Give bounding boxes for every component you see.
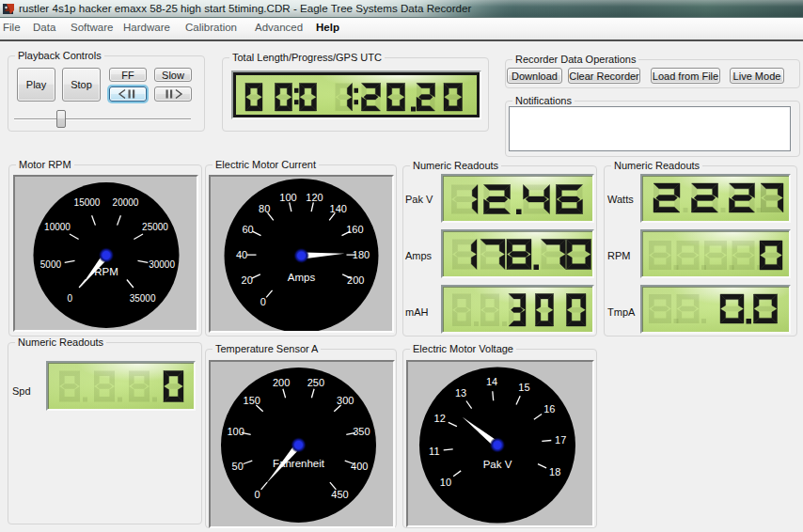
svg-text:0: 0 xyxy=(254,489,260,500)
svg-text:14: 14 xyxy=(486,376,497,387)
svg-text:20: 20 xyxy=(242,274,253,286)
svg-text:250: 250 xyxy=(307,377,324,388)
svg-text:80: 80 xyxy=(259,203,270,214)
svg-text:10: 10 xyxy=(440,477,451,488)
svg-text:140: 140 xyxy=(330,203,347,214)
svg-text:15000: 15000 xyxy=(74,197,101,208)
svg-text:35000: 35000 xyxy=(130,293,156,304)
svg-text:Pak V: Pak V xyxy=(483,459,512,470)
svg-text:Amps: Amps xyxy=(288,272,316,283)
svg-text:18: 18 xyxy=(549,466,560,477)
svg-text:150: 150 xyxy=(244,395,260,406)
svg-text:20000: 20000 xyxy=(113,197,139,208)
svg-text:30000: 30000 xyxy=(149,259,175,270)
svg-text:200: 200 xyxy=(347,274,364,286)
svg-text:11: 11 xyxy=(429,446,439,457)
svg-text:40: 40 xyxy=(236,249,247,260)
svg-text:200: 200 xyxy=(273,377,290,388)
svg-text:50: 50 xyxy=(232,461,244,472)
svg-text:5000: 5000 xyxy=(40,259,62,270)
svg-text:400: 400 xyxy=(351,461,368,472)
svg-text:Fahrenheit: Fahrenheit xyxy=(273,458,325,469)
svg-text:17: 17 xyxy=(555,434,566,446)
svg-text:0: 0 xyxy=(260,296,266,307)
svg-text:10000: 10000 xyxy=(44,222,71,232)
svg-text:100: 100 xyxy=(279,192,296,203)
svg-text:300: 300 xyxy=(337,395,354,406)
svg-text:12: 12 xyxy=(434,413,446,424)
svg-text:180: 180 xyxy=(353,249,370,260)
svg-text:450: 450 xyxy=(331,489,348,500)
svg-text:16: 16 xyxy=(543,403,555,415)
svg-text:60: 60 xyxy=(242,224,253,235)
svg-text:RPM: RPM xyxy=(94,266,118,277)
svg-text:13: 13 xyxy=(455,387,466,399)
svg-text:350: 350 xyxy=(353,426,370,437)
svg-text:15: 15 xyxy=(518,382,529,393)
svg-text:25000: 25000 xyxy=(142,222,168,232)
svg-text:0: 0 xyxy=(68,293,73,304)
svg-text:120: 120 xyxy=(306,192,323,203)
svg-text:160: 160 xyxy=(346,224,363,235)
svg-text:100: 100 xyxy=(227,426,244,437)
